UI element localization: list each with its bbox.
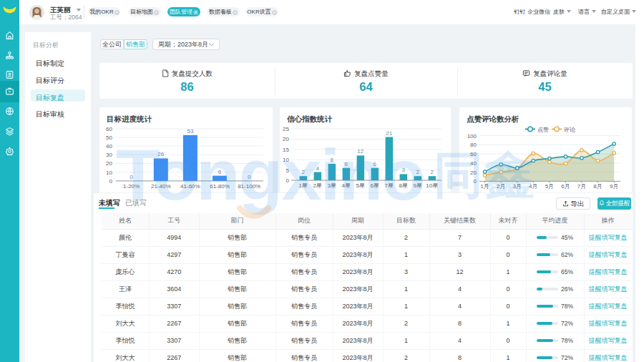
svg-text:61-80%: 61-80% bbox=[210, 183, 230, 190]
svg-text:40: 40 bbox=[470, 160, 477, 167]
svg-text:6: 6 bbox=[218, 169, 222, 175]
svg-text:26: 26 bbox=[157, 151, 164, 157]
svg-text:3月: 3月 bbox=[513, 183, 522, 190]
svg-text:10星: 10星 bbox=[426, 182, 438, 189]
svg-text:6: 6 bbox=[374, 161, 377, 167]
svg-text:80: 80 bbox=[470, 142, 477, 148]
svg-text:2: 2 bbox=[416, 169, 420, 175]
svg-text:53: 53 bbox=[187, 128, 193, 134]
svg-text:6星: 6星 bbox=[371, 182, 379, 189]
svg-text:4月: 4月 bbox=[529, 183, 537, 190]
svg-text:点赞: 点赞 bbox=[537, 127, 549, 133]
svg-text:2星: 2星 bbox=[313, 182, 322, 189]
svg-text:20: 20 bbox=[106, 160, 112, 167]
svg-text:7月: 7月 bbox=[577, 183, 586, 190]
svg-text:9星: 9星 bbox=[414, 182, 422, 189]
svg-text:2: 2 bbox=[431, 169, 434, 175]
svg-text:20: 20 bbox=[470, 170, 477, 176]
svg-text:60: 60 bbox=[106, 126, 112, 132]
svg-text:评论: 评论 bbox=[564, 127, 575, 133]
svg-text:12: 12 bbox=[357, 148, 364, 155]
svg-text:60: 60 bbox=[470, 151, 477, 157]
svg-text:5月: 5月 bbox=[545, 183, 554, 190]
svg-text:6月: 6月 bbox=[561, 183, 570, 190]
svg-text:2月: 2月 bbox=[497, 183, 505, 190]
svg-text:50: 50 bbox=[106, 134, 112, 141]
svg-text:21-40%: 21-40% bbox=[151, 183, 171, 190]
svg-text:20: 20 bbox=[283, 136, 289, 142]
svg-text:5星: 5星 bbox=[356, 182, 365, 189]
svg-text:8星: 8星 bbox=[399, 182, 408, 189]
svg-text:0: 0 bbox=[474, 178, 477, 185]
svg-text:6: 6 bbox=[345, 161, 348, 167]
svg-text:2: 2 bbox=[302, 169, 306, 175]
svg-text:1星: 1星 bbox=[299, 182, 308, 189]
svg-text:3: 3 bbox=[402, 167, 406, 173]
svg-text:9月: 9月 bbox=[610, 183, 618, 190]
svg-text:0: 0 bbox=[286, 177, 290, 184]
svg-text:3星: 3星 bbox=[328, 182, 336, 189]
svg-text:5: 5 bbox=[286, 167, 290, 174]
svg-text:21: 21 bbox=[386, 130, 392, 137]
svg-text:25: 25 bbox=[283, 126, 289, 132]
svg-text:0: 0 bbox=[248, 174, 251, 180]
svg-text:30: 30 bbox=[106, 152, 112, 158]
svg-text:4: 4 bbox=[316, 165, 320, 172]
svg-text:1月: 1月 bbox=[480, 183, 489, 190]
svg-text:10: 10 bbox=[283, 157, 289, 163]
svg-text:100: 100 bbox=[467, 133, 477, 140]
svg-text:40: 40 bbox=[106, 143, 112, 150]
svg-text:15: 15 bbox=[283, 147, 289, 153]
svg-text:4星: 4星 bbox=[342, 182, 351, 189]
svg-text:1-20%: 1-20% bbox=[123, 183, 140, 190]
svg-text:8: 8 bbox=[331, 157, 334, 163]
svg-text:0: 0 bbox=[130, 174, 133, 180]
svg-text:10: 10 bbox=[106, 170, 112, 176]
svg-text:81-100%: 81-100% bbox=[238, 183, 260, 190]
svg-text:7星: 7星 bbox=[385, 182, 394, 189]
svg-text:0: 0 bbox=[109, 178, 113, 185]
svg-text:8月: 8月 bbox=[593, 183, 602, 190]
svg-text:41-60%: 41-60% bbox=[180, 183, 200, 190]
